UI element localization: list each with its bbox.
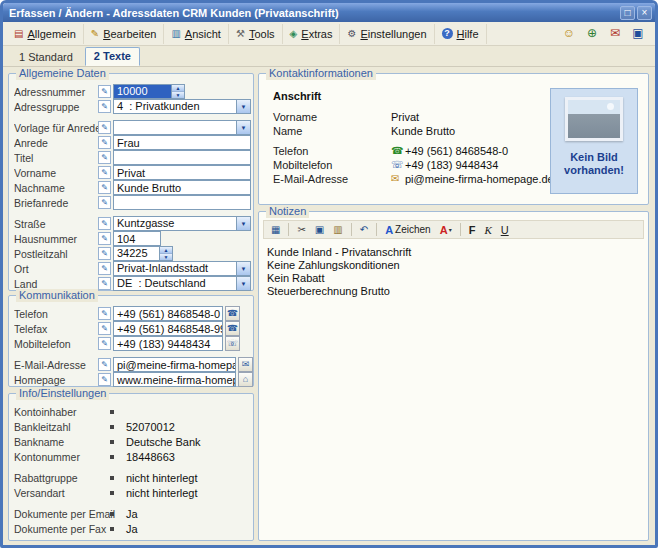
edit-icon[interactable]: ✎ xyxy=(98,322,111,335)
field-briefanrede: Briefanrede ✎ xyxy=(9,195,253,210)
clipboard-icon: ▥ xyxy=(333,224,342,235)
font-color-button[interactable]: A ▾ xyxy=(436,221,456,238)
anrede-input[interactable]: Frau xyxy=(113,135,251,150)
spinner[interactable]: ▲ ▼ xyxy=(171,85,184,98)
menu-label: Bearbeiten xyxy=(103,28,156,40)
edit-icon[interactable]: ✎ xyxy=(98,277,111,290)
field-vorname: Vorname ✎ Privat xyxy=(9,165,253,180)
titel-input[interactable] xyxy=(113,150,251,165)
save-icon[interactable]: ▣ xyxy=(629,25,647,43)
vorlage-anrede-select[interactable]: ▼ xyxy=(113,120,251,135)
special-characters-button[interactable]: A Zeichen xyxy=(381,221,435,238)
selected-value: 4 : Privatkunden xyxy=(114,100,236,113)
field-label: Mobiltelefon xyxy=(14,338,98,350)
extras-icon: ◈ xyxy=(290,29,298,39)
edit-icon[interactable]: ✎ xyxy=(98,121,111,134)
tools-icon: ⚒ xyxy=(236,29,245,39)
mobiltelefon-input[interactable]: +49 (183) 9448434 xyxy=(113,336,223,351)
menu-allgemein[interactable]: ▤ Allgemein xyxy=(7,24,84,44)
ort-select[interactable]: Privat-Inlandsstadt ▼ xyxy=(113,261,251,276)
send-email-button[interactable]: ✉ xyxy=(238,357,253,372)
info-bankname: Bankname Deutsche Bank xyxy=(9,434,253,449)
nachname-input[interactable]: Kunde Brutto xyxy=(113,180,251,195)
spin-down-icon[interactable]: ▼ xyxy=(160,253,172,260)
edit-icon[interactable]: ✎ xyxy=(98,307,111,320)
info-label: Kontonummer xyxy=(14,451,110,463)
adressgruppe-select[interactable]: 4 : Privatkunden ▼ xyxy=(113,99,251,114)
edit-icon[interactable]: ✎ xyxy=(98,262,111,275)
edit-icon[interactable]: ✎ xyxy=(98,373,111,386)
edit-icon[interactable]: ✎ xyxy=(98,337,111,350)
cut-button[interactable]: ✂ xyxy=(293,221,309,238)
user-icon[interactable]: ☺ xyxy=(560,25,578,43)
open-homepage-button[interactable]: ⌂ xyxy=(238,372,253,387)
paste-button[interactable]: ▥ xyxy=(329,221,346,238)
homepage-input[interactable]: www.meine-firma-homepage.de xyxy=(113,372,236,387)
telefax-input[interactable]: +49 (561) 8468548-99 xyxy=(113,321,223,336)
edit-icon[interactable]: ✎ xyxy=(98,358,111,371)
globe-icon[interactable]: ⊕ xyxy=(583,25,601,43)
info-kontonummer: Kontonummer 18448663 xyxy=(9,449,253,464)
dial-fax-button[interactable]: ☎ xyxy=(225,321,240,336)
italic-button[interactable]: K xyxy=(480,221,495,238)
copy-button[interactable]: ▣ xyxy=(311,221,328,238)
titlebar[interactable]: Erfassen / Ändern - Adressdaten CRM Kund… xyxy=(3,3,655,22)
edit-icon[interactable]: ✎ xyxy=(98,100,111,113)
strasse-select[interactable]: Kuntzgasse ▼ xyxy=(113,216,251,231)
dial-phone-button[interactable]: ☎ xyxy=(225,306,240,321)
adressnummer-input[interactable]: 10000 ▲ ▼ xyxy=(113,84,185,99)
field-label: Hausnummer xyxy=(14,233,98,245)
edit-icon[interactable]: ✎ xyxy=(98,151,111,164)
field-postleitzahl: Postleitzahl ✎ 34225 ▲ ▼ xyxy=(9,246,253,261)
briefanrede-input[interactable] xyxy=(113,195,251,210)
toolbar-right: ☺ ⊕ ✉ ▣ xyxy=(560,25,651,43)
menu-einstellungen[interactable]: ⚙ Einstellungen xyxy=(340,24,434,44)
tab-texte[interactable]: 2 Texte xyxy=(85,47,140,66)
menu-bearbeiten[interactable]: ✎ Bearbeiten xyxy=(84,24,165,44)
field-label: Vorname xyxy=(14,167,98,179)
chevron-down-icon: ▾ xyxy=(449,226,452,233)
close-button[interactable]: × xyxy=(637,6,652,20)
field-label: Straße xyxy=(14,218,98,230)
menu-extras[interactable]: ◈ Extras xyxy=(283,24,341,44)
menu-hilfe[interactable]: ? Hilfe xyxy=(435,24,487,44)
spin-down-icon[interactable]: ▼ xyxy=(172,91,184,98)
edit-icon[interactable]: ✎ xyxy=(98,217,111,230)
phone-icon: ☎ xyxy=(391,146,405,156)
edit-icon[interactable]: ✎ xyxy=(98,85,111,98)
underline-button[interactable]: U xyxy=(497,221,513,238)
notes-editor[interactable]: Kunde Inland - Privatanschrift Keine Zah… xyxy=(259,239,648,305)
edit-icon[interactable]: ✎ xyxy=(98,181,111,194)
menu-ansicht[interactable]: ▥ Ansicht xyxy=(164,24,229,44)
postleitzahl-input[interactable]: 34225 ▲ ▼ xyxy=(113,246,173,261)
hausnummer-input[interactable]: 104 xyxy=(113,231,161,246)
edit-icon[interactable]: ✎ xyxy=(98,166,111,179)
email-input[interactable]: pi@meine-firma-homepage.de xyxy=(113,357,236,372)
edit-icon[interactable]: ✎ xyxy=(98,232,111,245)
kontakt-label: Telefon xyxy=(273,145,391,157)
field-label: Adressgruppe xyxy=(14,101,98,113)
land-select[interactable]: DE : Deutschland ▼ xyxy=(113,276,251,291)
mail-icon[interactable]: ✉ xyxy=(606,25,624,43)
menu-label: Extras xyxy=(301,28,332,40)
photo-icon xyxy=(565,97,623,141)
bold-button[interactable]: F xyxy=(465,221,480,238)
undo-icon: ↶ xyxy=(360,224,368,235)
edit-icon[interactable]: ✎ xyxy=(98,247,111,260)
vorname-input[interactable]: Privat xyxy=(113,165,251,180)
menu-tools[interactable]: ⚒ Tools xyxy=(229,24,283,44)
tab-standard[interactable]: 1 Standard xyxy=(11,49,81,66)
telefon-input[interactable]: +49 (561) 8468548-0 xyxy=(113,306,223,321)
bullet-icon xyxy=(110,455,114,459)
undo-button[interactable]: ↶ xyxy=(356,221,372,238)
edit-icon[interactable]: ✎ xyxy=(98,136,111,149)
maximize-button[interactable]: □ xyxy=(620,6,635,20)
kontakt-label: Name xyxy=(273,125,391,137)
spinner[interactable]: ▲ ▼ xyxy=(159,247,172,260)
edit-icon[interactable]: ✎ xyxy=(98,196,111,209)
bullet-icon xyxy=(110,512,114,516)
dial-mobile-button[interactable]: ☏ xyxy=(225,336,240,351)
help-icon: ? xyxy=(442,28,453,39)
info-value: Deutsche Bank xyxy=(126,436,201,448)
table-button[interactable]: ▦ xyxy=(267,221,284,238)
